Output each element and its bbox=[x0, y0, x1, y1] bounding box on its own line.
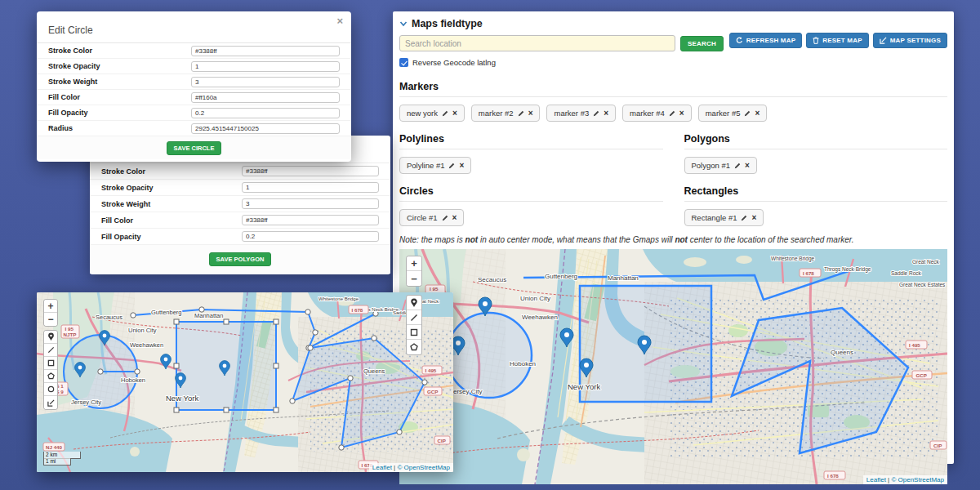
edit-icon[interactable] bbox=[442, 110, 448, 117]
marker-tag[interactable]: marker #5× bbox=[698, 105, 768, 122]
zoom-out-button[interactable]: − bbox=[44, 313, 57, 326]
draw-rectangle-button[interactable] bbox=[44, 357, 57, 370]
fill-opacity-input[interactable] bbox=[242, 231, 379, 242]
edit-icon[interactable] bbox=[669, 110, 675, 117]
map-attribution: Leaflet | © OpenStreetMap bbox=[369, 463, 453, 472]
stroke-weight-input[interactable] bbox=[191, 77, 340, 87]
reverse-geocode-label: Reverse Geocode latlng bbox=[412, 58, 496, 67]
remove-icon[interactable]: × bbox=[755, 110, 760, 117]
svg-text:I 495: I 495 bbox=[909, 342, 920, 348]
fill-color-input[interactable] bbox=[191, 92, 340, 103]
marker-icon bbox=[410, 298, 418, 308]
scale-mi: 1 mi bbox=[43, 458, 71, 466]
edit-icon[interactable] bbox=[442, 215, 448, 221]
marker-icon bbox=[47, 332, 55, 341]
edit-icon[interactable] bbox=[593, 110, 599, 117]
draw-circle-button[interactable] bbox=[44, 383, 57, 396]
zoom-in-button[interactable]: + bbox=[44, 300, 57, 313]
map-label: Union City bbox=[128, 327, 157, 334]
draw-marker-button[interactable] bbox=[44, 331, 57, 344]
remove-icon[interactable]: × bbox=[751, 215, 756, 221]
polyline-tag[interactable]: Polyline #1× bbox=[399, 157, 471, 174]
leaflet-link[interactable]: Leaflet bbox=[866, 476, 886, 483]
remove-icon[interactable]: × bbox=[459, 163, 464, 169]
map-label: Union City bbox=[520, 295, 550, 302]
stroke-weight-input[interactable] bbox=[242, 198, 379, 209]
stroke-opacity-input[interactable] bbox=[191, 61, 340, 72]
scale-control: 2 km 1 mi bbox=[43, 452, 81, 466]
edit-layers-button[interactable] bbox=[44, 396, 57, 409]
field-label: Radius bbox=[48, 124, 73, 132]
remove-icon[interactable]: × bbox=[679, 110, 684, 117]
remove-icon[interactable]: × bbox=[452, 215, 457, 221]
draw-polygon-button[interactable] bbox=[407, 340, 421, 354]
marker-tag[interactable]: marker #4× bbox=[622, 105, 692, 122]
left-map[interactable]: Secaucus Guttenberg Manhattan Union City… bbox=[37, 292, 453, 472]
draw-polygon-button[interactable] bbox=[44, 370, 57, 383]
field-label: Stroke Opacity bbox=[48, 62, 100, 70]
osm-link[interactable]: © OpenStreetMap bbox=[397, 464, 450, 471]
fill-opacity-input[interactable] bbox=[191, 108, 340, 118]
marker-tag[interactable]: marker #2× bbox=[471, 105, 541, 122]
auto-center-note: Note: the maps is not in auto center mod… bbox=[399, 235, 947, 244]
zoom-in-button[interactable]: + bbox=[407, 256, 421, 271]
remove-icon[interactable]: × bbox=[604, 110, 608, 117]
reset-map-button[interactable]: RESET MAP bbox=[806, 33, 868, 48]
stroke-color-input[interactable] bbox=[242, 166, 379, 176]
map-label: New York bbox=[568, 382, 600, 391]
osm-link[interactable]: © OpenStreetMap bbox=[891, 476, 944, 483]
map-label: Guttenberg bbox=[151, 309, 182, 316]
edit-icon[interactable] bbox=[734, 163, 741, 169]
markers-heading: Markers bbox=[399, 81, 947, 97]
field-label: Stroke Color bbox=[101, 167, 145, 176]
remove-icon[interactable]: × bbox=[452, 110, 457, 117]
search-button[interactable]: SEARCH bbox=[680, 36, 724, 51]
remove-icon[interactable]: × bbox=[745, 163, 750, 169]
drawn-circle[interactable] bbox=[447, 313, 532, 398]
tag-label: Polyline #1 bbox=[407, 161, 444, 170]
rectangle-tag[interactable]: Rectangle #1× bbox=[684, 209, 764, 226]
edit-icon[interactable] bbox=[741, 215, 747, 221]
zoom-out-button[interactable]: − bbox=[407, 271, 421, 286]
leaflet-link[interactable]: Leaflet bbox=[372, 464, 392, 471]
search-input[interactable] bbox=[399, 35, 675, 51]
road-shield: CIP bbox=[930, 441, 947, 449]
close-icon[interactable]: × bbox=[336, 16, 343, 26]
road-shield: I 495 bbox=[422, 366, 442, 374]
trash-icon bbox=[813, 37, 819, 44]
refresh-map-button[interactable]: REFRESH MAP bbox=[729, 33, 802, 48]
map-label: Jersey City bbox=[450, 388, 483, 395]
reverse-geocode-checkbox[interactable] bbox=[399, 58, 408, 67]
draw-marker-button[interactable] bbox=[407, 296, 421, 310]
fill-color-input[interactable] bbox=[242, 215, 379, 225]
map-settings-button[interactable]: MAP SETTINGS bbox=[873, 33, 947, 48]
stroke-opacity-input[interactable] bbox=[242, 182, 379, 193]
edit-icon[interactable] bbox=[518, 110, 524, 117]
edit-icon[interactable] bbox=[448, 163, 455, 169]
right-map[interactable]: Secaucus Guttenberg Manhattan Union City… bbox=[399, 249, 947, 484]
edit-icon[interactable] bbox=[744, 110, 751, 117]
svg-text:CIP: CIP bbox=[438, 438, 446, 443]
chevron-down-icon[interactable] bbox=[399, 20, 408, 28]
tag-label: Circle #1 bbox=[407, 213, 438, 222]
draw-polyline-button[interactable] bbox=[407, 310, 421, 325]
draw-polyline-button[interactable] bbox=[44, 344, 57, 357]
road-shield: I 95NJTP bbox=[61, 325, 79, 338]
circle-tag[interactable]: Circle #1× bbox=[399, 209, 464, 226]
left-map-canvas: Secaucus Guttenberg Manhattan Union City… bbox=[37, 292, 453, 472]
zoom-control: + − bbox=[406, 256, 422, 287]
save-circle-button[interactable]: SAVE CIRCLE bbox=[167, 141, 222, 155]
edit-square-icon bbox=[880, 37, 887, 44]
marker-tag[interactable]: new york× bbox=[399, 105, 465, 122]
remove-icon[interactable]: × bbox=[528, 110, 533, 117]
save-polygon-button[interactable]: SAVE POLYGON bbox=[209, 252, 272, 266]
radius-input[interactable] bbox=[191, 123, 340, 134]
polygon-tag[interactable]: Polygon #1× bbox=[684, 157, 757, 174]
tag-label: Polygon #1 bbox=[692, 161, 731, 170]
stroke-color-input[interactable] bbox=[191, 46, 340, 56]
map-label: New York bbox=[166, 394, 198, 403]
map-label: Hoboken bbox=[121, 376, 145, 384]
marker-tag[interactable]: marker #3× bbox=[546, 105, 616, 122]
rectangles-heading: Rectangles bbox=[684, 185, 948, 202]
draw-rectangle-button[interactable] bbox=[407, 325, 421, 340]
